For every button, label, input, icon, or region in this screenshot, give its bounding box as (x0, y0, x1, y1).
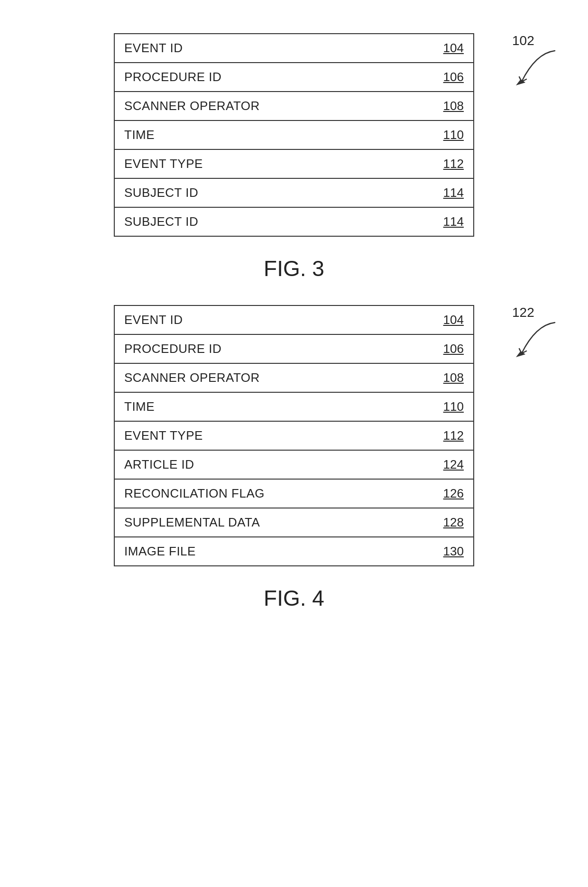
table-row: SUBJECT ID 114 (115, 208, 473, 236)
cell-ref: 126 (426, 480, 473, 508)
cell-label: PROCEDURE ID (115, 63, 426, 91)
cell-ref: 130 (426, 537, 473, 565)
fig3-label: FIG. 3 (0, 256, 588, 281)
table-row: PROCEDURE ID 106 (115, 335, 473, 364)
cell-ref: 124 (426, 451, 473, 479)
callout-102-label: 102 (512, 33, 534, 48)
cell-label: EVENT TYPE (115, 422, 426, 450)
table-row: PROCEDURE ID 106 (115, 63, 473, 92)
cell-label: SUBJECT ID (115, 208, 426, 236)
callout-122-label: 122 (512, 305, 534, 320)
table-row: TIME 110 (115, 393, 473, 422)
cell-ref: 114 (426, 179, 473, 207)
cell-ref: 110 (426, 393, 473, 421)
cell-ref: 110 (426, 121, 473, 149)
table-row: SUPPLEMENTAL DATA 128 (115, 508, 473, 537)
cell-ref: 106 (426, 335, 473, 363)
cell-ref: 108 (426, 92, 473, 120)
table-row: EVENT TYPE 112 (115, 150, 473, 179)
fig4-section: 122 EVENT ID 104 PROCEDURE ID 106 SCANNE… (0, 305, 588, 611)
table-row: RECONCILATION FLAG 126 (115, 480, 473, 508)
cell-label: EVENT ID (115, 34, 426, 62)
table-row: IMAGE FILE 130 (115, 537, 473, 565)
callout-102-container: 102 (512, 33, 569, 96)
cell-ref: 104 (426, 306, 473, 334)
cell-label: SUBJECT ID (115, 179, 426, 207)
cell-ref: 112 (426, 150, 473, 178)
cell-label: TIME (115, 393, 426, 421)
cell-label: ARTICLE ID (115, 451, 426, 479)
table-row: SUBJECT ID 114 (115, 179, 473, 208)
callout-122-arrow (512, 320, 569, 368)
fig4-label: FIG. 4 (0, 585, 588, 611)
table-row: SCANNER OPERATOR 108 (115, 92, 473, 121)
cell-label: IMAGE FILE (115, 537, 426, 565)
cell-label: EVENT TYPE (115, 150, 426, 178)
table-row: EVENT ID 104 (115, 306, 473, 335)
cell-ref: 114 (426, 208, 473, 236)
cell-label: PROCEDURE ID (115, 335, 426, 363)
table-row: EVENT TYPE 112 (115, 422, 473, 451)
table-row: ARTICLE ID 124 (115, 451, 473, 480)
cell-ref: 106 (426, 63, 473, 91)
callout-122-container: 122 (512, 305, 569, 368)
callout-102-arrow (512, 48, 569, 96)
fig3-section: 102 EVENT ID 104 PROCEDURE ID 106 (0, 33, 588, 281)
cell-ref: 112 (426, 422, 473, 450)
cell-ref: 108 (426, 364, 473, 392)
cell-label: EVENT ID (115, 306, 426, 334)
table-row: TIME 110 (115, 121, 473, 150)
cell-label: RECONCILATION FLAG (115, 480, 426, 508)
cell-label: SCANNER OPERATOR (115, 92, 426, 120)
cell-label: SCANNER OPERATOR (115, 364, 426, 392)
table-row: SCANNER OPERATOR 108 (115, 364, 473, 393)
fig3-table: EVENT ID 104 PROCEDURE ID 106 SCANNER OP… (114, 33, 474, 237)
cell-ref: 104 (426, 34, 473, 62)
cell-ref: 128 (426, 508, 473, 536)
cell-label: TIME (115, 121, 426, 149)
cell-label: SUPPLEMENTAL DATA (115, 508, 426, 536)
page: 102 EVENT ID 104 PROCEDURE ID 106 (0, 0, 588, 887)
table-row: EVENT ID 104 (115, 34, 473, 63)
fig4-table: EVENT ID 104 PROCEDURE ID 106 SCANNER OP… (114, 305, 474, 566)
